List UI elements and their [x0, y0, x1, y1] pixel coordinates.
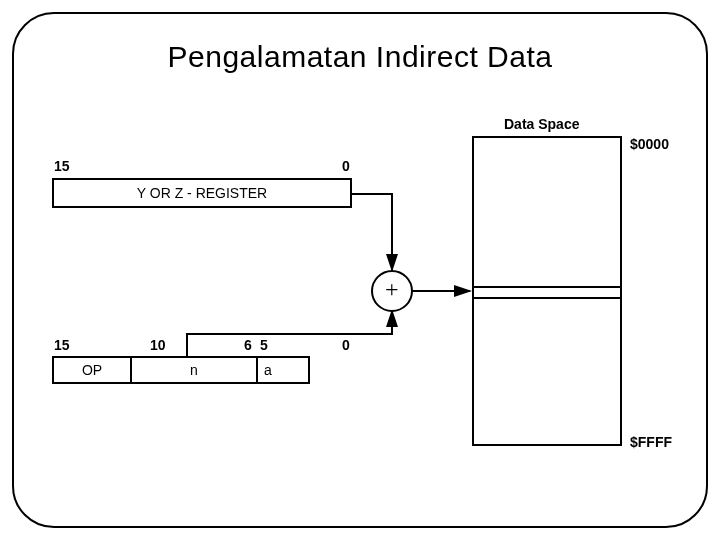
page-title: Pengalamatan Indirect Data — [14, 40, 706, 74]
instr-bit-5: 5 — [260, 337, 268, 353]
addr-start: $0000 — [630, 136, 669, 152]
instr-bit-10: 10 — [150, 337, 166, 353]
register-box: Y OR Z - REGISTER — [52, 178, 352, 208]
data-space-slot — [472, 286, 622, 299]
adder-symbol: + — [385, 276, 399, 303]
slide-frame: Pengalamatan Indirect Data Data Space $0… — [12, 12, 708, 528]
reg-bit-0: 0 — [342, 158, 350, 174]
addr-end: $FFFF — [630, 434, 672, 450]
instr-op-box: OP — [52, 356, 132, 384]
data-space-header: Data Space — [504, 116, 579, 132]
register-label: Y OR Z - REGISTER — [137, 185, 267, 201]
instr-n-box: n — [130, 356, 258, 384]
reg-bit-15: 15 — [54, 158, 70, 174]
instr-a-label: a — [264, 362, 272, 378]
instr-n-label: n — [190, 362, 198, 378]
instr-bit-6: 6 — [244, 337, 252, 353]
instr-a-box: a — [256, 356, 310, 384]
instr-bit-0: 0 — [342, 337, 350, 353]
instr-bit-15: 15 — [54, 337, 70, 353]
diagram-area: Data Space $0000 $FFFF 15 0 Y OR Z - REG… — [52, 134, 672, 474]
instr-op-label: OP — [82, 362, 102, 378]
